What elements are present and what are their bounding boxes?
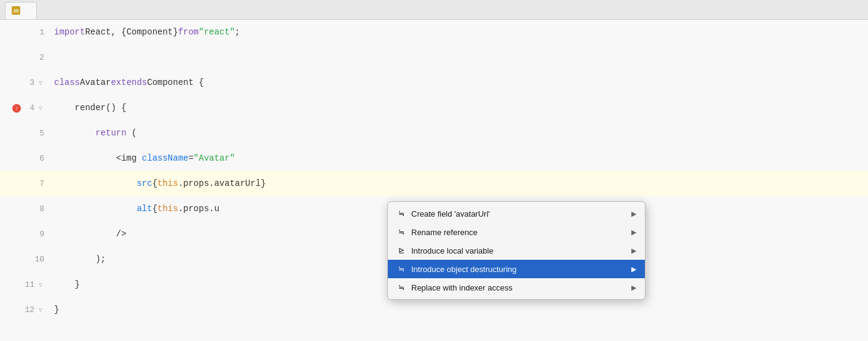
code-editor: 1import React, {Component} from "react";… (0, 20, 868, 341)
code-line-3: 3▽class Avatar extends Component { (0, 70, 868, 95)
menu-item-icon-introduce-local-variable: ⊵ (397, 246, 406, 255)
code-line-7: 7 src{this.props.avatarUrl} (0, 171, 868, 196)
line-content-8: alt{this.props.u (49, 196, 219, 222)
code-line-4: ↑4▽ render() { (0, 95, 868, 121)
line-number-11: 11 (23, 280, 34, 289)
code-line-1: 1import React, {Component} from "react"; (0, 20, 868, 45)
fold-icon-3[interactable]: ▽ (37, 79, 44, 87)
line-number-5: 5 (33, 129, 44, 138)
menu-item-icon-replace-with-indexer: ≒ (397, 283, 406, 292)
menu-item-arrow-introduce-local-variable: ▶ (631, 247, 636, 255)
menu-item-arrow-create-field: ▶ (631, 210, 636, 218)
code-line-5: 5 return ( (0, 121, 868, 146)
line-content-3: class Avatar extends Component { (49, 70, 204, 95)
line-content-10: ); (49, 247, 106, 272)
line-gutter-11: 11▽ (0, 272, 49, 297)
line-badge-4: ↑ (12, 104, 21, 113)
line-content-7: src{this.props.avatarUrl} (49, 171, 266, 196)
line-number-8: 8 (33, 204, 44, 214)
line-gutter-4: ↑4▽ (0, 95, 49, 121)
menu-item-create-field[interactable]: ≒Create field 'avatarUrl'▶ (388, 204, 645, 223)
line-gutter-7: 7 (0, 171, 49, 196)
menu-item-arrow-rename-reference: ▶ (631, 228, 636, 236)
line-number-9: 9 (33, 230, 44, 239)
menu-item-icon-create-field: ≒ (397, 209, 406, 219)
menu-item-arrow-replace-with-indexer: ▶ (631, 284, 636, 292)
menu-item-left-introduce-local-variable: ⊵Introduce local variable (397, 246, 494, 255)
menu-item-arrow-introduce-object-destructuring: ▶ (631, 265, 636, 273)
line-gutter-5: 5 (0, 121, 49, 146)
menu-item-label-introduce-object-destructuring: Introduce object destructuring (411, 265, 516, 274)
code-line-12: 12▽} (0, 297, 868, 323)
tab-avatar-js[interactable]: JS (5, 2, 37, 19)
line-gutter-2: 2 (0, 45, 49, 70)
tab-bar: JS (0, 0, 868, 20)
code-line-6: 6 <img className="Avatar" (0, 146, 868, 171)
tab-close-button[interactable] (28, 10, 30, 11)
line-number-1: 1 (33, 28, 44, 37)
line-number-12: 12 (23, 305, 34, 315)
menu-item-rename-reference[interactable]: ≒Rename reference▶ (388, 223, 645, 241)
menu-item-icon-rename-reference: ≒ (397, 227, 406, 237)
fold-icon-4[interactable]: ▽ (37, 105, 44, 112)
line-gutter-9: 9 (0, 222, 49, 247)
menu-item-introduce-local-variable[interactable]: ⊵Introduce local variable▶ (388, 241, 645, 260)
line-number-7: 7 (33, 179, 44, 188)
line-gutter-1: 1 (0, 20, 49, 45)
fold-icon-12[interactable]: ▽ (37, 307, 44, 314)
line-content-1: import React, {Component} from "react"; (49, 20, 240, 45)
menu-item-left-rename-reference: ≒Rename reference (397, 227, 478, 237)
line-content-4: render() { (49, 95, 127, 121)
line-content-11: } (49, 272, 80, 297)
line-gutter-12: 12▽ (0, 297, 49, 323)
line-number-10: 10 (33, 255, 44, 264)
context-menu: ≒Create field 'avatarUrl'▶≒Rename refere… (387, 201, 645, 300)
line-number-6: 6 (33, 154, 44, 163)
line-gutter-3: 3▽ (0, 70, 49, 95)
menu-item-label-introduce-local-variable: Introduce local variable (411, 246, 494, 255)
menu-item-label-create-field: Create field 'avatarUrl' (411, 209, 490, 219)
menu-item-label-replace-with-indexer: Replace with indexer access (411, 283, 513, 292)
line-content-2 (49, 45, 54, 70)
line-gutter-8: 8 (0, 196, 49, 222)
menu-item-left-create-field: ≒Create field 'avatarUrl' (397, 209, 490, 219)
line-content-6: <img className="Avatar" (49, 146, 235, 171)
line-content-12: } (49, 297, 59, 323)
line-gutter-10: 10 (0, 247, 49, 272)
code-line-2: 2 (0, 45, 868, 70)
line-content-9: /> (49, 222, 127, 247)
line-gutter-6: 6 (0, 146, 49, 171)
fold-icon-11[interactable]: ▽ (37, 281, 44, 289)
menu-item-left-replace-with-indexer: ≒Replace with indexer access (397, 283, 513, 292)
menu-item-icon-introduce-object-destructuring: ≒ (397, 264, 406, 274)
line-number-3: 3 (23, 78, 34, 87)
menu-item-introduce-object-destructuring[interactable]: ≒Introduce object destructuring▶ (388, 260, 645, 278)
line-content-5: return ( (49, 121, 136, 146)
line-number-2: 2 (33, 53, 44, 62)
line-number-4: 4 (23, 103, 34, 113)
js-file-icon: JS (12, 6, 20, 15)
menu-item-replace-with-indexer[interactable]: ≒Replace with indexer access▶ (388, 278, 645, 297)
menu-item-label-rename-reference: Rename reference (411, 228, 478, 237)
menu-item-left-introduce-object-destructuring: ≒Introduce object destructuring (397, 264, 516, 274)
